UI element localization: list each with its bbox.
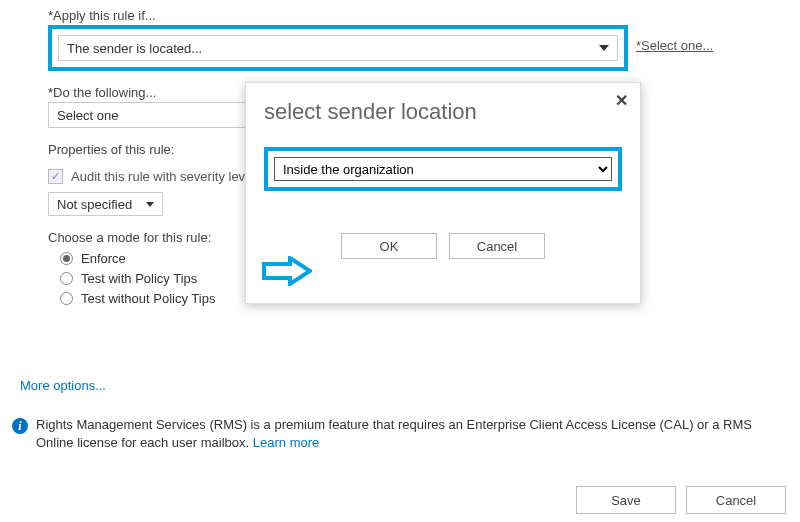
modal-title: select sender location [264, 99, 622, 125]
modal-button-row: OK Cancel [264, 233, 622, 259]
arrow-annotation-icon [262, 256, 312, 286]
close-icon[interactable]: ✕ [615, 91, 628, 110]
more-options-link[interactable]: More options... [20, 378, 106, 393]
apply-if-label: Apply this rule if... [48, 8, 784, 23]
learn-more-link[interactable]: Learn more [253, 435, 319, 450]
apply-if-value: The sender is located... [67, 41, 202, 56]
ok-button[interactable]: OK [341, 233, 437, 259]
apply-if-highlight: The sender is located... [48, 25, 628, 71]
do-following-value: Select one [57, 108, 118, 123]
apply-if-dropdown[interactable]: The sender is located... [58, 35, 618, 61]
severity-dropdown[interactable]: Not specified [48, 192, 163, 216]
severity-value: Not specified [57, 197, 132, 212]
cancel-button[interactable]: Cancel [686, 486, 786, 514]
mode-test-no-tips-label: Test without Policy Tips [81, 291, 215, 306]
chevron-down-icon [146, 202, 154, 207]
info-text: Rights Management Services (RMS) is a pr… [36, 417, 752, 450]
audit-checkbox[interactable]: ✓ [48, 169, 63, 184]
radio-icon [60, 272, 73, 285]
save-button[interactable]: Save [576, 486, 676, 514]
bottom-bar: Save Cancel [576, 486, 786, 514]
radio-icon [60, 292, 73, 305]
info-icon: i [12, 418, 28, 434]
info-text-container: Rights Management Services (RMS) is a pr… [36, 416, 788, 451]
chevron-down-icon [599, 45, 609, 51]
mode-enforce-label: Enforce [81, 251, 126, 266]
sender-location-select[interactable]: Inside the organization [274, 157, 612, 181]
select-one-link[interactable]: Select one... [636, 38, 713, 53]
modal-cancel-button[interactable]: Cancel [449, 233, 545, 259]
radio-icon [60, 252, 73, 265]
audit-label: Audit this rule with severity level: [71, 169, 259, 184]
info-bar: i Rights Management Services (RMS) is a … [12, 416, 788, 451]
mode-test-tips-label: Test with Policy Tips [81, 271, 197, 286]
modal-select-highlight: Inside the organization [264, 147, 622, 191]
